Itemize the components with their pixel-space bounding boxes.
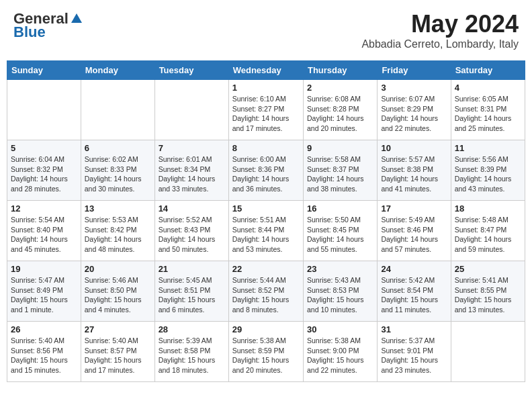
day-info: Sunrise: 5:45 AM Sunset: 8:51 PM Dayligh… xyxy=(159,275,225,315)
day-info: Sunrise: 6:04 AM Sunset: 8:32 PM Dayligh… xyxy=(11,154,77,194)
day-number: 15 xyxy=(232,203,300,214)
day-number: 27 xyxy=(85,324,151,334)
calendar-cell: 29Sunrise: 5:38 AM Sunset: 8:59 PM Dayli… xyxy=(228,322,303,382)
calendar-cell: 5Sunrise: 6:04 AM Sunset: 8:32 PM Daylig… xyxy=(7,140,81,201)
calendar-cell: 10Sunrise: 5:57 AM Sunset: 8:38 PM Dayli… xyxy=(378,140,451,201)
calendar-cell xyxy=(154,80,228,140)
calendar-cell: 30Sunrise: 5:38 AM Sunset: 9:00 PM Dayli… xyxy=(303,322,377,382)
calendar-cell: 6Sunrise: 6:02 AM Sunset: 8:33 PM Daylig… xyxy=(81,140,154,201)
calendar-cell: 23Sunrise: 5:43 AM Sunset: 8:53 PM Dayli… xyxy=(303,261,377,322)
day-info: Sunrise: 5:38 AM Sunset: 8:59 PM Dayligh… xyxy=(232,336,300,375)
day-number: 21 xyxy=(159,264,225,274)
calendar-cell: 13Sunrise: 5:53 AM Sunset: 8:42 PM Dayli… xyxy=(81,201,154,261)
calendar-cell: 28Sunrise: 5:39 AM Sunset: 8:58 PM Dayli… xyxy=(154,322,228,382)
calendar-cell: 18Sunrise: 5:48 AM Sunset: 8:47 PM Dayli… xyxy=(451,201,525,261)
day-number: 5 xyxy=(11,143,77,153)
day-info: Sunrise: 5:40 AM Sunset: 8:56 PM Dayligh… xyxy=(11,336,77,375)
month-title: May 2024 xyxy=(361,10,519,38)
calendar-cell: 20Sunrise: 5:46 AM Sunset: 8:50 PM Dayli… xyxy=(81,261,154,322)
day-info: Sunrise: 5:39 AM Sunset: 8:58 PM Dayligh… xyxy=(159,336,225,375)
day-number: 18 xyxy=(455,203,521,214)
weekday-header-sunday: Sunday xyxy=(7,61,81,80)
day-number: 17 xyxy=(381,203,447,214)
day-number: 9 xyxy=(307,143,373,153)
logo-blue: Blue xyxy=(13,24,46,41)
calendar-cell: 25Sunrise: 5:41 AM Sunset: 8:55 PM Dayli… xyxy=(451,261,525,322)
calendar-cell xyxy=(7,80,81,140)
day-number: 16 xyxy=(307,203,373,214)
calendar-cell: 15Sunrise: 5:51 AM Sunset: 8:44 PM Dayli… xyxy=(228,201,303,261)
day-info: Sunrise: 5:57 AM Sunset: 8:38 PM Dayligh… xyxy=(381,154,447,194)
calendar-cell: 7Sunrise: 6:01 AM Sunset: 8:34 PM Daylig… xyxy=(154,140,228,201)
day-info: Sunrise: 5:54 AM Sunset: 8:40 PM Dayligh… xyxy=(11,215,77,255)
day-info: Sunrise: 5:37 AM Sunset: 9:01 PM Dayligh… xyxy=(381,336,447,375)
calendar-cell: 1Sunrise: 6:10 AM Sunset: 8:27 PM Daylig… xyxy=(228,80,303,140)
calendar-week-row: 19Sunrise: 5:47 AM Sunset: 8:49 PM Dayli… xyxy=(7,261,525,322)
weekday-header-thursday: Thursday xyxy=(303,61,377,80)
day-number: 14 xyxy=(159,203,225,214)
calendar-week-row: 12Sunrise: 5:54 AM Sunset: 8:40 PM Dayli… xyxy=(7,201,525,261)
day-number: 23 xyxy=(307,264,373,274)
svg-marker-0 xyxy=(71,13,82,23)
calendar-cell: 9Sunrise: 5:58 AM Sunset: 8:37 PM Daylig… xyxy=(303,140,377,201)
day-info: Sunrise: 5:41 AM Sunset: 8:55 PM Dayligh… xyxy=(455,275,521,315)
day-number: 20 xyxy=(85,264,151,274)
calendar-cell: 16Sunrise: 5:50 AM Sunset: 8:45 PM Dayli… xyxy=(303,201,377,261)
calendar-cell: 17Sunrise: 5:49 AM Sunset: 8:46 PM Dayli… xyxy=(378,201,451,261)
calendar-cell: 22Sunrise: 5:44 AM Sunset: 8:52 PM Dayli… xyxy=(228,261,303,322)
weekday-header-monday: Monday xyxy=(81,61,154,80)
day-info: Sunrise: 5:50 AM Sunset: 8:45 PM Dayligh… xyxy=(307,215,373,255)
day-number: 30 xyxy=(307,324,373,334)
calendar-cell: 21Sunrise: 5:45 AM Sunset: 8:51 PM Dayli… xyxy=(154,261,228,322)
weekday-header-row: SundayMondayTuesdayWednesdayThursdayFrid… xyxy=(7,61,525,80)
day-info: Sunrise: 5:43 AM Sunset: 8:53 PM Dayligh… xyxy=(307,275,373,315)
calendar-cell: 8Sunrise: 6:00 AM Sunset: 8:36 PM Daylig… xyxy=(228,140,303,201)
day-info: Sunrise: 5:52 AM Sunset: 8:43 PM Dayligh… xyxy=(159,215,225,255)
calendar-week-row: 5Sunrise: 6:04 AM Sunset: 8:32 PM Daylig… xyxy=(7,140,525,201)
day-number: 11 xyxy=(455,143,521,153)
day-number: 2 xyxy=(307,83,373,93)
weekday-header-friday: Friday xyxy=(378,61,451,80)
calendar-cell: 3Sunrise: 6:07 AM Sunset: 8:29 PM Daylig… xyxy=(378,80,451,140)
calendar-cell: 2Sunrise: 6:08 AM Sunset: 8:28 PM Daylig… xyxy=(303,80,377,140)
day-number: 10 xyxy=(381,143,447,153)
logo: General Blue xyxy=(13,10,83,41)
day-info: Sunrise: 5:42 AM Sunset: 8:54 PM Dayligh… xyxy=(381,275,447,315)
calendar-cell: 12Sunrise: 5:54 AM Sunset: 8:40 PM Dayli… xyxy=(7,201,81,261)
day-info: Sunrise: 6:05 AM Sunset: 8:31 PM Dayligh… xyxy=(455,94,521,134)
title-block: May 2024 Abbadia Cerreto, Lombardy, Ital… xyxy=(361,10,519,50)
calendar-cell: 31Sunrise: 5:37 AM Sunset: 9:01 PM Dayli… xyxy=(378,322,451,382)
day-number: 29 xyxy=(232,324,300,334)
day-number: 24 xyxy=(381,264,447,274)
day-number: 26 xyxy=(11,324,77,334)
location-title: Abbadia Cerreto, Lombardy, Italy xyxy=(361,38,519,50)
calendar-cell xyxy=(81,80,154,140)
day-number: 8 xyxy=(232,143,300,153)
day-number: 3 xyxy=(381,83,447,93)
day-info: Sunrise: 6:07 AM Sunset: 8:29 PM Dayligh… xyxy=(381,94,447,134)
day-number: 4 xyxy=(455,83,521,93)
day-info: Sunrise: 5:46 AM Sunset: 8:50 PM Dayligh… xyxy=(85,275,151,315)
day-info: Sunrise: 6:01 AM Sunset: 8:34 PM Dayligh… xyxy=(159,154,225,194)
calendar-week-row: 1Sunrise: 6:10 AM Sunset: 8:27 PM Daylig… xyxy=(7,80,525,140)
day-number: 19 xyxy=(11,264,77,274)
day-info: Sunrise: 6:10 AM Sunset: 8:27 PM Dayligh… xyxy=(232,94,300,134)
day-info: Sunrise: 5:40 AM Sunset: 8:57 PM Dayligh… xyxy=(85,336,151,375)
calendar-cell: 14Sunrise: 5:52 AM Sunset: 8:43 PM Dayli… xyxy=(154,201,228,261)
weekday-header-saturday: Saturday xyxy=(451,61,525,80)
calendar-cell: 11Sunrise: 5:56 AM Sunset: 8:39 PM Dayli… xyxy=(451,140,525,201)
calendar-cell xyxy=(451,322,525,382)
calendar-cell: 24Sunrise: 5:42 AM Sunset: 8:54 PM Dayli… xyxy=(378,261,451,322)
day-info: Sunrise: 5:48 AM Sunset: 8:47 PM Dayligh… xyxy=(455,215,521,255)
day-info: Sunrise: 5:47 AM Sunset: 8:49 PM Dayligh… xyxy=(11,275,77,315)
day-info: Sunrise: 5:49 AM Sunset: 8:46 PM Dayligh… xyxy=(381,215,447,255)
day-number: 6 xyxy=(85,143,151,153)
weekday-header-tuesday: Tuesday xyxy=(154,61,228,80)
header: General Blue May 2024 Abbadia Cerreto, L… xyxy=(7,7,525,54)
day-number: 25 xyxy=(455,264,521,274)
day-info: Sunrise: 5:56 AM Sunset: 8:39 PM Dayligh… xyxy=(455,154,521,194)
day-info: Sunrise: 6:08 AM Sunset: 8:28 PM Dayligh… xyxy=(307,94,373,134)
day-number: 7 xyxy=(159,143,225,153)
day-number: 1 xyxy=(232,83,300,93)
calendar-cell: 19Sunrise: 5:47 AM Sunset: 8:49 PM Dayli… xyxy=(7,261,81,322)
